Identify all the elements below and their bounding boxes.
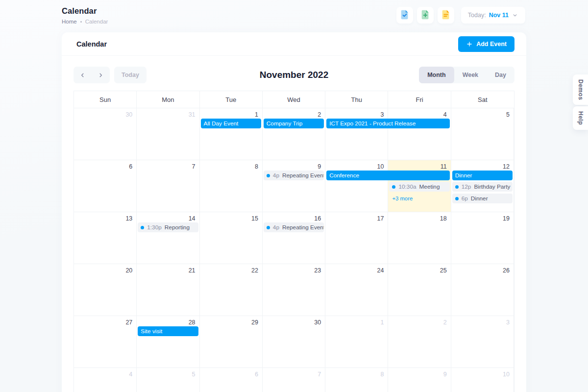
day-cell[interactable]: 8 bbox=[325, 368, 388, 392]
day-cell[interactable]: 3 bbox=[451, 316, 514, 368]
day-cell[interactable]: 15 bbox=[200, 212, 263, 264]
topbar-actions: Today: Nov 11 bbox=[396, 7, 525, 24]
day-cell[interactable]: 17 bbox=[325, 212, 388, 264]
day-number: 5 bbox=[451, 108, 514, 118]
day-cell[interactable]: 4 bbox=[74, 368, 137, 392]
day-number: 30 bbox=[74, 108, 136, 118]
day-cell[interactable]: 21 bbox=[137, 264, 199, 316]
day-cell[interactable]: 30 bbox=[263, 316, 325, 368]
chevron-right-icon bbox=[98, 72, 104, 78]
day-cell[interactable]: 20 bbox=[74, 264, 137, 316]
calendar-event-timed[interactable]: 4pRepeating Event bbox=[264, 171, 324, 180]
day-cell[interactable]: 19 bbox=[451, 212, 514, 264]
day-cell[interactable]: 2 bbox=[263, 108, 325, 160]
more-events-link[interactable]: +3 more bbox=[389, 194, 449, 203]
day-cell[interactable]: 24 bbox=[325, 264, 388, 316]
calendar-event-timed[interactable]: 10:30aMeeting bbox=[389, 182, 449, 192]
file-check-icon-button[interactable] bbox=[396, 7, 413, 24]
view-month-button[interactable]: Month bbox=[419, 67, 454, 83]
day-cell[interactable]: 9 bbox=[388, 368, 451, 392]
week-row: 27282930123Site visit bbox=[74, 316, 514, 368]
calendar-event-timed[interactable]: 1:30pReporting bbox=[138, 222, 198, 232]
breadcrumb: Home Calendar bbox=[62, 19, 108, 24]
file-lines-icon-button[interactable] bbox=[438, 7, 454, 24]
calendar-event-block[interactable]: Conference bbox=[326, 171, 450, 180]
calendar-event-block[interactable]: ICT Expo 2021 - Product Release bbox=[326, 119, 450, 128]
day-number: 23 bbox=[263, 264, 325, 274]
calendar-grid: SunMonTueWedThuFriSat 303112345All Day E… bbox=[74, 91, 514, 392]
day-cell[interactable]: 22 bbox=[200, 264, 263, 316]
calendar-toolbar: Today November 2022 Month Week Day bbox=[62, 56, 526, 91]
day-number: 27 bbox=[74, 316, 136, 326]
day-cell[interactable]: 26 bbox=[451, 264, 514, 316]
day-cell[interactable]: 4 bbox=[388, 108, 451, 160]
day-number: 2 bbox=[263, 108, 325, 118]
calendar-event-timed[interactable]: 4pRepeating Event bbox=[264, 222, 324, 232]
event-dot-icon bbox=[141, 226, 144, 229]
day-cell[interactable]: 1 bbox=[200, 108, 263, 160]
day-cell[interactable]: 7 bbox=[137, 160, 199, 212]
day-cell[interactable]: 10 bbox=[325, 160, 388, 212]
day-number: 18 bbox=[388, 212, 450, 222]
day-cell[interactable]: 30 bbox=[74, 108, 137, 160]
day-number: 30 bbox=[263, 316, 325, 326]
day-cell[interactable]: 9 bbox=[263, 160, 325, 212]
week-row: 67891011124pRepeating EventConferenceDin… bbox=[74, 160, 514, 212]
day-cell[interactable]: 23 bbox=[263, 264, 325, 316]
event-time: 12p bbox=[462, 182, 471, 192]
day-cell[interactable]: 7 bbox=[263, 368, 325, 392]
today-label: Today: bbox=[468, 12, 486, 19]
day-cell[interactable]: 27 bbox=[74, 316, 137, 368]
day-number: 9 bbox=[263, 160, 325, 170]
today-button[interactable]: Today bbox=[114, 67, 147, 83]
day-cell[interactable]: 29 bbox=[200, 316, 263, 368]
day-cell[interactable]: 5 bbox=[137, 368, 199, 392]
day-cell[interactable]: 2 bbox=[388, 316, 451, 368]
day-cell[interactable]: 6 bbox=[200, 368, 263, 392]
today-date-dropdown[interactable]: Today: Nov 11 bbox=[461, 7, 525, 24]
week-row: 303112345All Day EventCompany TripICT Ex… bbox=[74, 108, 514, 160]
next-month-button[interactable] bbox=[92, 67, 110, 83]
day-cell[interactable]: 25 bbox=[388, 264, 451, 316]
demos-side-tab[interactable]: Demos bbox=[573, 74, 588, 105]
day-cell[interactable]: 31 bbox=[137, 108, 199, 160]
calendar-event-block[interactable]: Site visit bbox=[138, 326, 198, 336]
day-cell[interactable]: 8 bbox=[200, 160, 263, 212]
calendar-event-block[interactable]: All Day Event bbox=[201, 119, 261, 128]
day-cell[interactable]: 5 bbox=[451, 108, 514, 160]
calendar-event-timed[interactable]: 6pDinner bbox=[452, 194, 513, 203]
event-time: 4p bbox=[273, 222, 279, 232]
calendar-event-block[interactable]: Company Trip bbox=[264, 119, 324, 128]
event-time: 6p bbox=[462, 194, 468, 203]
day-cell[interactable]: 3 bbox=[325, 108, 388, 160]
day-cell[interactable]: 16 bbox=[263, 212, 325, 264]
view-week-button[interactable]: Week bbox=[454, 67, 487, 83]
day-cell[interactable]: 13 bbox=[74, 212, 137, 264]
nav-group: Today bbox=[74, 67, 147, 83]
add-event-button[interactable]: Add Event bbox=[458, 36, 514, 52]
today-value: Nov 11 bbox=[489, 12, 509, 19]
breadcrumb-home-link[interactable]: Home bbox=[62, 19, 77, 24]
day-cell[interactable]: 18 bbox=[388, 212, 451, 264]
plus-icon bbox=[466, 41, 473, 48]
day-number: 15 bbox=[200, 212, 262, 222]
day-number: 20 bbox=[74, 264, 136, 274]
day-cell[interactable]: 1 bbox=[325, 316, 388, 368]
day-cell[interactable]: 10 bbox=[451, 368, 514, 392]
file-check-icon bbox=[399, 9, 410, 22]
day-number: 6 bbox=[74, 160, 136, 170]
file-plus-icon-button[interactable] bbox=[417, 7, 434, 24]
day-number: 24 bbox=[325, 264, 388, 274]
view-day-button[interactable]: Day bbox=[487, 67, 514, 83]
day-cell[interactable]: 14 bbox=[137, 212, 199, 264]
calendar-event-timed[interactable]: 12pBirthday Party bbox=[452, 182, 513, 192]
calendar-event-block[interactable]: Dinner bbox=[452, 171, 513, 180]
day-header-wed: Wed bbox=[263, 91, 325, 108]
help-side-tab[interactable]: Help bbox=[573, 106, 588, 130]
prev-month-button[interactable] bbox=[74, 67, 92, 83]
nav-arrows bbox=[74, 67, 110, 83]
chevron-down-icon bbox=[512, 12, 518, 19]
day-cell[interactable]: 6 bbox=[74, 160, 137, 212]
event-title: Meeting bbox=[419, 182, 440, 192]
day-cell[interactable]: 28 bbox=[137, 316, 199, 368]
